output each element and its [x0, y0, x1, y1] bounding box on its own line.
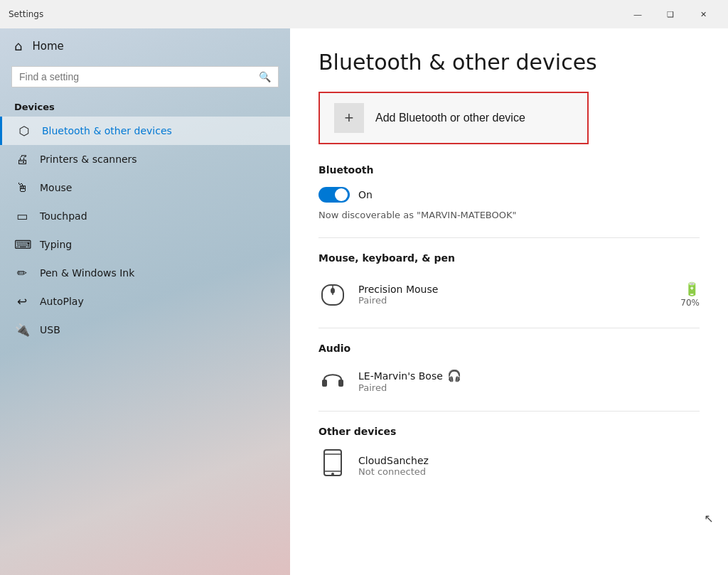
printers-icon: 🖨: [14, 152, 30, 166]
pen-icon: ✏: [14, 266, 30, 280]
sidebar-content: ⌂ Home 🔍 Devices ⬡ Bluetooth & other dev…: [0, 28, 290, 575]
sidebar-item-autoplay[interactable]: ↩ AutoPlay: [0, 287, 290, 316]
sidebar-item-home[interactable]: ⌂ Home: [0, 28, 290, 63]
devices-section-label: Devices: [0, 96, 290, 117]
sidebar-item-printers[interactable]: 🖨 Printers & scanners: [0, 145, 290, 173]
audio-section-heading: Audio: [318, 343, 700, 354]
divider-1: [318, 237, 700, 238]
sidebar-pen-label: Pen & Windows Ink: [40, 267, 134, 279]
bluetooth-toggle-label: On: [358, 189, 373, 200]
sidebar-item-usb[interactable]: 🔌 USB: [0, 316, 290, 344]
add-device-label: Add Bluetooth or other device: [375, 112, 525, 124]
bose-status: Paired: [358, 382, 700, 393]
precision-mouse-battery: 🔋 70%: [680, 281, 700, 308]
sidebar-item-typing[interactable]: ⌨ Typing: [0, 230, 290, 259]
bluetooth-icon: ⬡: [16, 124, 32, 138]
cloudsanchez-status: Not connected: [358, 466, 700, 477]
add-device-button[interactable]: + Add Bluetooth or other device: [318, 92, 589, 144]
bluetooth-toggle[interactable]: [318, 187, 350, 203]
svg-rect-4: [338, 380, 343, 387]
autoplay-icon: ↩: [14, 294, 30, 308]
sidebar-item-mouse[interactable]: 🖱 Mouse: [0, 173, 290, 202]
touchpad-icon: ▭: [14, 209, 30, 223]
mouse-icon: 🖱: [14, 181, 30, 195]
cloudsanchez-item: CloudSanchez Not connected: [318, 448, 700, 483]
sidebar-printers-label: Printers & scanners: [40, 154, 137, 165]
sidebar-touchpad-label: Touchpad: [40, 210, 87, 222]
precision-mouse-name: Precision Mouse: [358, 284, 669, 295]
svg-point-2: [331, 288, 335, 294]
cloudsanchez-info: CloudSanchez Not connected: [358, 455, 700, 477]
sidebar-item-bluetooth[interactable]: ⬡ Bluetooth & other devices: [0, 117, 290, 145]
divider-3: [318, 411, 700, 412]
page-title: Bluetooth & other devices: [318, 50, 700, 75]
precision-mouse-status: Paired: [358, 295, 669, 306]
battery-icon: 🔋: [684, 281, 700, 296]
svg-rect-3: [322, 380, 327, 387]
home-icon: ⌂: [14, 38, 22, 53]
content-area: ⌂ Home 🔍 Devices ⬡ Bluetooth & other dev…: [0, 28, 728, 575]
sidebar-usb-label: USB: [40, 324, 60, 335]
precision-mouse-info: Precision Mouse Paired: [358, 284, 669, 306]
bluetooth-toggle-row: On: [318, 187, 700, 203]
plus-icon: +: [334, 103, 364, 133]
typing-icon: ⌨: [14, 237, 30, 252]
sidebar-mouse-label: Mouse: [40, 182, 72, 193]
home-label: Home: [32, 40, 63, 53]
title-bar: Settings — ❑ ✕: [0, 0, 728, 28]
sidebar-bluetooth-label: Bluetooth & other devices: [42, 125, 172, 136]
toggle-thumb: [335, 188, 348, 201]
divider-2: [318, 328, 700, 328]
precision-mouse-item: Precision Mouse Paired 🔋 70%: [318, 275, 700, 313]
search-icon: 🔍: [259, 71, 271, 82]
sidebar-item-touchpad[interactable]: ▭ Touchpad: [0, 202, 290, 230]
phone-device-icon: [318, 448, 347, 483]
bose-headphone-item: LE-Marvin's Bose 🎧 Paired: [318, 365, 700, 397]
bose-info: LE-Marvin's Bose 🎧 Paired: [358, 369, 700, 393]
window-controls: — ❑ ✕: [621, 3, 719, 26]
search-input[interactable]: [19, 71, 253, 82]
cursor: ↖: [705, 512, 714, 525]
headphone-device-icon: [318, 365, 347, 397]
discoverable-text: Now discoverable as "MARVIN-MATEBOOK": [318, 210, 700, 220]
usb-icon: 🔌: [14, 323, 30, 337]
window-title: Settings: [9, 9, 43, 19]
search-box[interactable]: 🔍: [11, 66, 279, 87]
sidebar-typing-label: Typing: [40, 239, 72, 250]
sidebar-autoplay-label: AutoPlay: [40, 296, 84, 307]
settings-window: Settings — ❑ ✕ ⌂ Home 🔍 D: [0, 0, 728, 575]
mouse-section-heading: Mouse, keyboard, & pen: [318, 252, 700, 264]
mouse-device-icon: [318, 275, 347, 313]
sidebar: ⌂ Home 🔍 Devices ⬡ Bluetooth & other dev…: [0, 28, 290, 575]
headphone-inline-icon: 🎧: [447, 369, 461, 382]
bluetooth-section-heading: Bluetooth: [318, 164, 700, 176]
bose-name: LE-Marvin's Bose 🎧: [358, 369, 700, 382]
sidebar-item-pen[interactable]: ✏ Pen & Windows Ink: [0, 259, 290, 287]
minimize-button[interactable]: —: [621, 3, 654, 26]
cloudsanchez-name: CloudSanchez: [358, 455, 700, 466]
svg-point-8: [331, 473, 334, 475]
close-button[interactable]: ✕: [687, 3, 719, 26]
main-panel: Bluetooth & other devices + Add Bluetoot…: [290, 28, 728, 575]
maximize-button[interactable]: ❑: [654, 3, 687, 26]
battery-percentage: 70%: [680, 298, 700, 308]
other-section-heading: Other devices: [318, 426, 700, 437]
